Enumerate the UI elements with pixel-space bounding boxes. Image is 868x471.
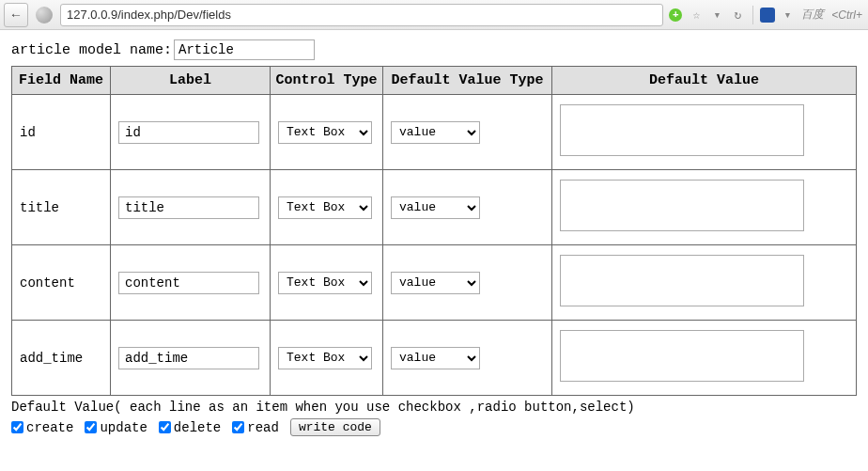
- default-value-cell: [552, 321, 857, 396]
- col-field-name: Field Name: [12, 67, 111, 95]
- field-name-cell: content: [12, 245, 111, 321]
- update-checkbox-label[interactable]: update: [85, 420, 147, 435]
- reload-icon[interactable]: ↻: [729, 7, 746, 24]
- label-cell: [111, 170, 271, 245]
- field-name-cell: add_time: [12, 321, 111, 396]
- label-cell: [111, 321, 271, 396]
- default-value-type-select[interactable]: value: [391, 272, 480, 294]
- default-value-cell: [552, 95, 857, 170]
- control-type-select[interactable]: Text Box: [278, 121, 372, 144]
- dropdown-icon[interactable]: ▾: [708, 7, 725, 24]
- default-value-textarea[interactable]: [560, 104, 804, 156]
- control-type-cell: Text Box: [271, 321, 383, 396]
- col-label: Label: [111, 67, 271, 95]
- fields-table: Field Name Label Control Type Default Va…: [11, 66, 857, 396]
- model-name-input[interactable]: [174, 39, 315, 60]
- search-engine-label: 百度: [799, 7, 826, 23]
- control-type-select[interactable]: Text Box: [278, 272, 372, 294]
- default-value-cell: [552, 245, 857, 321]
- table-row: idText Boxvalue: [12, 95, 857, 170]
- default-value-type-cell: value: [383, 245, 552, 321]
- control-type-cell: Text Box: [271, 245, 383, 321]
- create-checkbox-label[interactable]: create: [11, 420, 73, 435]
- default-value-textarea[interactable]: [560, 255, 804, 306]
- table-row: contentText Boxvalue: [12, 245, 857, 321]
- search-dropdown-icon[interactable]: ▾: [779, 7, 796, 24]
- field-name-cell: id: [12, 95, 111, 170]
- url-text: 127.0.0.9/index.php/Dev/fields: [67, 8, 231, 22]
- url-bar[interactable]: 127.0.0.9/index.php/Dev/fields: [60, 4, 663, 26]
- default-value-type-select[interactable]: value: [391, 347, 480, 369]
- arrow-left-icon: ←: [12, 8, 20, 23]
- label-input[interactable]: [118, 121, 259, 144]
- label-input[interactable]: [118, 272, 259, 294]
- separator: [752, 6, 753, 24]
- control-type-cell: Text Box: [271, 95, 383, 170]
- default-value-note: Default Value( each line as an item when…: [11, 400, 857, 415]
- default-value-textarea[interactable]: [560, 330, 804, 382]
- create-checkbox[interactable]: [11, 421, 23, 433]
- label-cell: [111, 95, 271, 170]
- default-value-type-cell: value: [383, 170, 552, 245]
- label-cell: [111, 245, 271, 321]
- update-checkbox[interactable]: [85, 421, 97, 433]
- star-icon[interactable]: ☆: [688, 7, 705, 24]
- control-type-select[interactable]: Text Box: [278, 347, 372, 369]
- table-row: add_timeText Boxvalue: [12, 321, 857, 396]
- search-engine-icon[interactable]: [760, 8, 775, 23]
- delete-checkbox-label[interactable]: delete: [159, 420, 221, 435]
- default-value-type-cell: value: [383, 95, 552, 170]
- add-icon[interactable]: +: [667, 7, 684, 24]
- default-value-type-select[interactable]: value: [391, 196, 480, 219]
- model-name-row: article model name:: [11, 39, 857, 60]
- default-value-textarea[interactable]: [560, 180, 804, 231]
- label-input[interactable]: [118, 347, 259, 369]
- control-type-select[interactable]: Text Box: [278, 196, 372, 219]
- actions-row: create update delete read write code: [11, 418, 857, 436]
- col-default-value: Default Value: [552, 67, 857, 95]
- write-code-button[interactable]: write code: [290, 418, 380, 436]
- table-row: titleText Boxvalue: [12, 170, 857, 245]
- model-name-label: article model name:: [11, 42, 172, 58]
- col-default-value-type: Default Value Type: [383, 67, 552, 95]
- search-shortcut-hint: <Ctrl+: [829, 8, 864, 22]
- read-checkbox[interactable]: [232, 421, 244, 433]
- globe-icon: [36, 7, 53, 24]
- default-value-type-select[interactable]: value: [391, 121, 480, 144]
- control-type-cell: Text Box: [271, 170, 383, 245]
- browser-toolbar: ← 127.0.0.9/index.php/Dev/fields + ☆ ▾ ↻…: [0, 0, 868, 30]
- label-input[interactable]: [118, 196, 259, 219]
- default-value-type-cell: value: [383, 321, 552, 396]
- col-control-type: Control Type: [271, 67, 383, 95]
- field-name-cell: title: [12, 170, 111, 245]
- delete-checkbox[interactable]: [159, 421, 171, 433]
- default-value-cell: [552, 170, 857, 245]
- read-checkbox-label[interactable]: read: [232, 420, 279, 435]
- back-button[interactable]: ←: [4, 3, 28, 27]
